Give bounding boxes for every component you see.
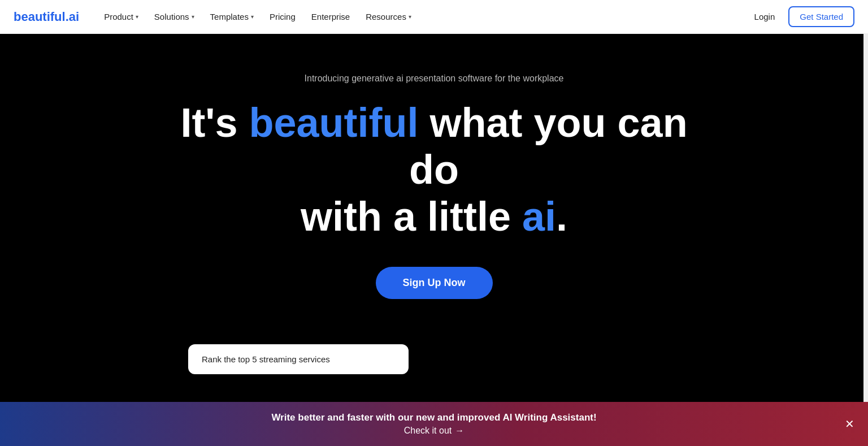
demo-card-text: Rank the top 5 streaming services [202,354,330,364]
demo-card: Rank the top 5 streaming services [188,344,409,374]
hero-title: It's beautiful what you can do with a li… [180,99,688,240]
hero-title-part2: what you can do [409,100,688,192]
navbar: beautiful.ai Product ▾ Solutions ▾ Templ… [0,0,868,34]
logo-ai: ai [69,10,79,24]
hero-title-part1: It's [180,100,249,145]
demo-card-area: Rank the top 5 streaming services [0,344,868,374]
logo[interactable]: beautiful.ai [14,10,79,24]
nav-item-product[interactable]: Product ▾ [97,7,145,26]
nav-item-enterprise[interactable]: Enterprise [305,7,357,26]
banner-close-button[interactable]: ✕ [845,418,854,430]
navbar-right: Login Get Started [748,6,854,27]
hero-title-ai: ai [522,194,556,239]
hero-title-beautiful: beautiful [249,100,419,145]
hero-title-period: . [556,194,567,239]
hero-cta: Sign Up Now [376,267,493,299]
hero-title-part3: with a little [301,194,522,239]
nav-items: Product ▾ Solutions ▾ Templates ▾ Pricin… [97,7,418,26]
nav-item-templates[interactable]: Templates ▾ [203,7,261,26]
banner-link[interactable]: Check it out → [404,426,464,436]
scrollbar[interactable] [863,0,868,446]
banner-text: Write better and faster with our new and… [271,412,596,423]
arrow-icon: → [455,426,464,436]
chevron-down-icon: ▾ [251,14,254,20]
hero-subtitle: Introducing generative ai presentation s… [305,73,564,84]
nav-item-solutions[interactable]: Solutions ▾ [147,7,201,26]
chevron-down-icon: ▾ [136,14,138,20]
hero-section: Introducing generative ai presentation s… [0,0,868,446]
logo-text: beautiful [14,10,66,24]
get-started-button[interactable]: Get Started [788,6,854,27]
chevron-down-icon: ▾ [409,14,411,20]
bottom-banner: Write better and faster with our new and… [0,402,868,446]
navbar-left: beautiful.ai Product ▾ Solutions ▾ Templ… [14,7,418,26]
nav-item-pricing[interactable]: Pricing [263,7,302,26]
login-button[interactable]: Login [748,7,782,26]
chevron-down-icon: ▾ [192,14,194,20]
nav-item-resources[interactable]: Resources ▾ [359,7,418,26]
signup-button[interactable]: Sign Up Now [376,267,493,299]
